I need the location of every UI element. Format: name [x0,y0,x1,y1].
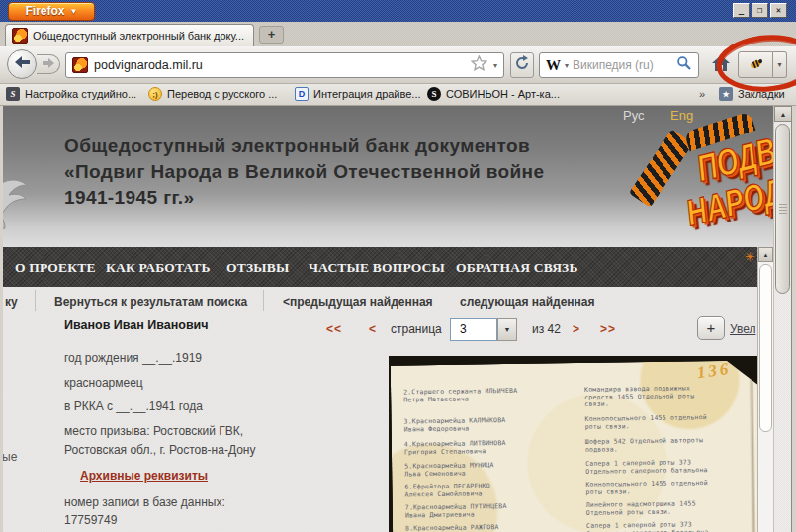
addon-button[interactable] [738,51,773,78]
page-scrollbar-thumb[interactable] [775,124,790,294]
studio-bookmark-icon: S [6,87,20,101]
urlbar-favicon [72,57,88,73]
new-tab-button[interactable]: + [259,26,284,44]
search-engine-icon[interactable]: W [546,57,561,74]
scan-soldier-name: 8.Красноармейца РАЖГОВА [405,523,575,532]
orange-sparkle-icon: ✳ [745,250,754,264]
site-title: Общедоступный электронный банк документо… [64,133,544,211]
bookmark-item[interactable]: D Интеграция драйве... [295,87,421,101]
site-title-line1: Общедоступный электронный банк документо… [64,133,544,159]
smiley-bookmark-icon: ;) [148,87,162,101]
last-page-button[interactable]: >> [600,322,616,336]
inner-scroll-up-icon[interactable]: ▲ [758,247,773,262]
bookmark-label: Интеграция драйве... [313,88,421,100]
bookmark-label: СОВИНЬОН - Арт-ка... [446,88,560,100]
page-number-input[interactable]: 3 [450,318,497,341]
menu-item-howto[interactable]: КАК РАБОТАТЬ [106,260,211,276]
inner-scrollbar[interactable]: ▲ [757,247,773,532]
scan-row: 3.Красноармейца КАЛМЫКОВА Ивана Федорови… [391,413,757,418]
next-found-link[interactable]: следующая найденная [460,295,595,309]
scan-soldier-role: Сапера 1 саперной роты 373 Отдельного са… [585,459,752,476]
tab-bar: Общедоступный электронный банк доку... +… [0,22,796,46]
minimize-button[interactable]: _ [733,3,750,18]
page-dropdown-button[interactable]: ▼ [497,318,517,341]
url-bar[interactable]: podvignaroda.mil.ru ▾ [65,52,504,78]
scan-row: 6.Ефрейтора ПЕСАРЕНКО Алексея Самойлович… [392,479,757,484]
db-record-label: номер записи в базе данных: [64,495,225,509]
divider [35,290,36,311]
bookmarks-star-icon: ★ [719,87,733,101]
zoom-in-button[interactable]: + [697,316,725,340]
home-icon [711,54,731,76]
bookmarks-overflow-chevron[interactable]: » [699,88,705,100]
browser-window: Firefox▼ _ ❐ ✕ Общедоступный электронный… [0,0,796,532]
search-box[interactable]: W ▾ Википедия (ru) [539,52,699,78]
tab-title: Общедоступный электронный банк доку... [33,30,244,42]
menu-item-reviews[interactable]: ОТЗЫВЫ [226,260,289,276]
scan-soldier-role: Сапера 1 саперной роты 373 Отдельного са… [586,521,752,532]
person-name: Иванов Иван Иванович [64,318,209,332]
scan-soldier-role: Шофера 542 Отдельной автороты подвоза. [585,437,752,454]
scan-soldier-name: 5.Красноармейца МУНИЦА Льва Семеновича [404,461,575,478]
window-border-right [791,106,796,532]
document-scan[interactable]: 136 2.Старшего сержанта ИЛЬИЧЕВА Петра М… [389,356,757,532]
scan-row: 2.Старшего сержанта ИЛЬИЧЕВА Петра Матве… [391,384,757,389]
scroll-up-icon[interactable]: ▲ [774,106,792,122]
lang-eng-link[interactable]: Eng [670,108,693,123]
scan-row: 5.Красноармейца МУНИЦА Льва Семеновича С… [392,458,757,463]
titlebar: Firefox▼ _ ❐ ✕ [0,0,796,22]
s-bookmark-icon: S [427,87,441,101]
maximize-button[interactable]: ❐ [752,3,768,18]
search-engine-caret-icon[interactable]: ▾ [565,61,569,70]
firefox-menu-button[interactable]: Firefox▼ [8,2,95,21]
scan-row: 8.Красноармейца РАЖГОВА Сапера 1 саперно… [393,520,757,525]
bookmarks-menu-label: Закладки [738,88,785,100]
scan-soldier-name: 3.Красноармейца КАЛМЫКОВА Ивана Федорови… [403,416,574,433]
scan-row: 7.Красноармейца ПУТИНЦЕВА Ивана Дмитриев… [393,499,757,504]
first-page-button[interactable]: << [326,322,342,336]
forward-button[interactable] [37,54,60,74]
page-total-label: из 42 [532,322,561,336]
next-page-button[interactable]: > [573,322,580,336]
scrollbar-grip [779,204,787,214]
menu-item-feedback[interactable]: ОБРАТНАЯ СВЯЗЬ [456,260,578,276]
inner-scrollbar-thumb[interactable] [759,264,772,432]
bookmark-item[interactable]: S СОВИНЬОН - Арт-ка... [427,87,560,101]
lang-rus-link[interactable]: Рус [623,108,645,123]
active-tab[interactable]: Общедоступный электронный банк доку... [5,24,254,46]
scan-soldier-name: 7.Красноармейца ПУТИНЦЕВА Ивана Дмитриев… [405,502,575,519]
archive-details-link[interactable]: Архивные реквизиты [80,469,208,483]
d-bookmark-icon: D [295,87,309,101]
home-button[interactable] [708,52,734,78]
url-text[interactable]: podvignaroda.mil.ru [94,58,465,72]
person-draft-place-2: Ростовская обл., г. Ростов-на-Дону [64,443,255,457]
menu-item-faq[interactable]: ЧАСТЫЕ ВОПРОСЫ [309,260,445,276]
reload-button[interactable] [510,52,534,78]
forward-arrow-icon [42,55,55,73]
close-button[interactable]: ✕ [770,3,787,18]
page-scrollbar[interactable]: ▲ [773,106,791,532]
bookmark-star-icon[interactable] [471,55,487,75]
bookmarks-toolbar: S Настройка студийно... ;) Перевод с рус… [0,84,796,106]
bookmark-item[interactable]: S Настройка студийно... [6,87,136,101]
addon-dropdown-button[interactable]: ▾ [773,51,787,78]
truncated-left-link[interactable]: ку [5,295,18,309]
site-favicon [12,28,28,44]
scan-soldier-role: Командира взвода подвижных средств 1455 … [584,385,751,409]
scan-row: 4.Красноармейца ЛИТВИНОВА Григория Степа… [392,436,757,441]
star-dropdown-caret-icon[interactable]: ▾ [493,61,497,70]
prev-found-link[interactable]: <предыдущая найденная [283,295,433,309]
bookmarks-menu-button[interactable]: ★ Закладки [719,87,785,101]
scan-paper: 136 2.Старшего сержанта ИЛЬИЧЕВА Петра М… [391,360,757,532]
bookmark-item[interactable]: ;) Перевод с русского ... [148,87,277,101]
back-button[interactable] [7,49,37,79]
scan-soldier-role: Коннопосыльного 1455 отдельной роты связ… [584,414,751,431]
person-birth-year: год рождения __.__.1919 [64,351,202,365]
site-title-line3: 1941-1945 гг.» [64,185,544,211]
prev-page-button[interactable]: < [369,322,377,336]
search-input[interactable]: Википедия (ru) [573,58,672,72]
menu-item-about[interactable]: О ПРОЕКТЕ [15,260,96,276]
zoom-link[interactable]: Увел [730,322,755,336]
search-magnifier-icon[interactable] [676,55,692,75]
back-to-results-link[interactable]: Вернуться к результатам поиска [54,295,247,309]
